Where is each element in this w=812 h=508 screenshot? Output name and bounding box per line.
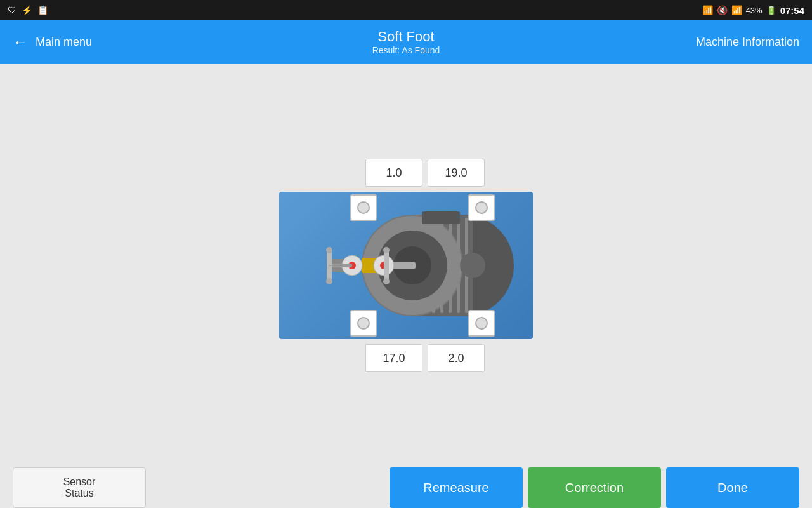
- svg-point-20: [326, 278, 332, 284]
- svg-rect-29: [422, 211, 460, 224]
- top-values-row: 1.0 19.0: [365, 159, 485, 187]
- foot-bracket-top-right: [468, 194, 495, 221]
- nav-center: Soft Foot Result: As Found: [372, 29, 440, 55]
- motor-image: [279, 192, 533, 339]
- svg-point-19: [326, 247, 332, 253]
- svg-point-25: [383, 247, 390, 253]
- foot-bracket-bottom-left: [350, 310, 377, 337]
- sensor-status-button[interactable]: Sensor Status: [13, 467, 146, 508]
- value-bottom-left[interactable]: 17.0: [365, 344, 422, 372]
- clipboard-icon: 📋: [37, 5, 48, 15]
- bottom-bar: Sensor Status Remeasure Correction Done: [0, 467, 812, 508]
- remeasure-button[interactable]: Remeasure: [390, 467, 523, 508]
- svg-point-28: [460, 253, 485, 278]
- value-top-left[interactable]: 1.0: [365, 159, 422, 187]
- bluetooth-icon: 📶: [702, 5, 713, 15]
- correction-button[interactable]: Correction: [528, 467, 661, 508]
- bottom-values-row: 17.0 2.0: [365, 344, 485, 372]
- main-content: 1.0 19.0: [0, 64, 812, 467]
- sensor-status-line1: Sensor: [63, 476, 96, 488]
- main-menu-label[interactable]: Main menu: [36, 36, 92, 49]
- usb-icon: ⚡: [22, 5, 32, 15]
- wifi-icon: 📶: [731, 5, 742, 15]
- done-button[interactable]: Done: [666, 467, 799, 508]
- mute-icon: 🔇: [717, 5, 728, 15]
- value-top-right[interactable]: 19.0: [428, 159, 485, 187]
- page-subtitle: Result: As Found: [372, 45, 440, 55]
- shield-icon: 🛡: [8, 5, 16, 15]
- svg-rect-24: [384, 250, 389, 281]
- machine-information-link[interactable]: Machine Information: [696, 36, 799, 49]
- battery-percentage: 43%: [746, 6, 763, 15]
- back-arrow-icon[interactable]: ←: [13, 33, 28, 51]
- sensor-status-line2: Status: [65, 488, 93, 499]
- foot-bracket-top-left: [350, 194, 377, 221]
- svg-point-26: [383, 278, 390, 284]
- measurement-area: 1.0 19.0: [279, 159, 533, 372]
- nav-bar: ← Main menu Soft Foot Result: As Found M…: [0, 20, 812, 64]
- foot-bracket-bottom-right: [468, 310, 495, 337]
- status-left-icons: 🛡 ⚡ 📋: [8, 5, 48, 15]
- battery-icon: 🔋: [766, 6, 776, 15]
- back-nav[interactable]: ← Main menu: [13, 33, 92, 51]
- value-bottom-right[interactable]: 2.0: [428, 344, 485, 372]
- action-buttons: Remeasure Correction Done: [390, 467, 799, 508]
- status-right-icons: 📶 🔇 📶 43% 🔋 07:54: [702, 5, 804, 16]
- status-bar: 🛡 ⚡ 📋 📶 🔇 📶 43% 🔋 07:54: [0, 0, 812, 20]
- clock-time: 07:54: [780, 5, 804, 16]
- page-title: Soft Foot: [372, 29, 440, 45]
